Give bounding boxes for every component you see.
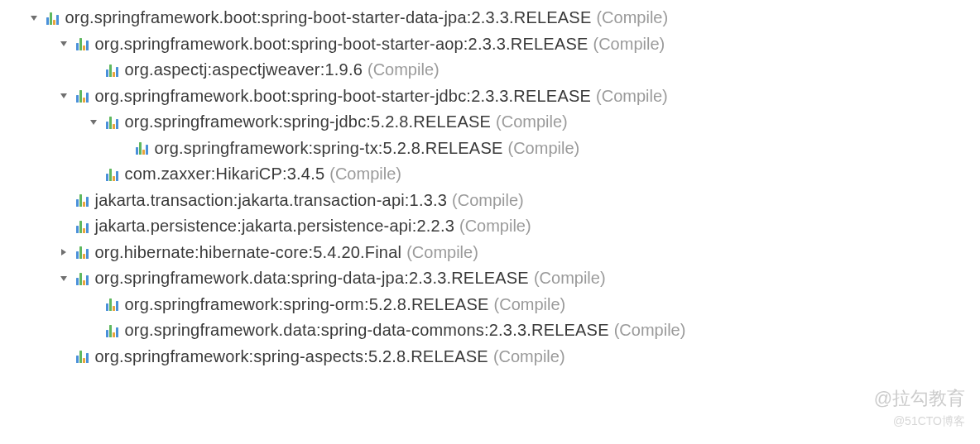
dependency-coordinates: org.springframework.data:spring-data-jpa…	[95, 265, 529, 291]
tree-toggle-none	[118, 142, 129, 154]
dependency-coordinates: org.springframework:spring-orm:5.2.8.REL…	[125, 292, 489, 317]
library-icon	[76, 246, 89, 259]
dependency-coordinates: org.springframework:spring-jdbc:5.2.8.RE…	[125, 109, 492, 135]
tree-row[interactable]: org.springframework:spring-aspects:5.2.8…	[8, 344, 972, 370]
dependency-scope: (Compile)	[459, 213, 531, 239]
tree-toggle-none	[58, 351, 70, 362]
tree-row[interactable]: org.aspectj:aspectjweaver:1.9.6(Compile)	[8, 57, 972, 84]
tree-row[interactable]: org.springframework.data:spring-data-com…	[8, 317, 972, 344]
dependency-scope: (Compile)	[406, 240, 478, 265]
tree-toggle-none	[88, 298, 99, 310]
tree-row[interactable]: jakarta.transaction:jakarta.transaction-…	[8, 188, 972, 214]
dependency-scope: (Compile)	[368, 57, 440, 83]
tree-row[interactable]: org.springframework.boot:spring-boot-sta…	[8, 84, 972, 110]
tree-toggle-none	[88, 325, 99, 337]
dependency-coordinates: org.hibernate:hibernate-core:5.4.20.Fina…	[95, 240, 402, 265]
library-icon	[46, 12, 59, 25]
library-icon	[106, 168, 118, 181]
tree-collapse-icon[interactable]	[58, 38, 70, 50]
library-icon	[106, 298, 118, 311]
dependency-coordinates: jakarta.transaction:jakarta.transaction-…	[95, 188, 448, 213]
library-icon	[106, 324, 118, 337]
dependency-scope: (Compile)	[496, 109, 568, 135]
dependency-scope: (Compile)	[596, 5, 668, 31]
tree-collapse-icon[interactable]	[88, 117, 99, 128]
tree-row[interactable]: org.springframework:spring-tx:5.2.8.RELE…	[8, 136, 972, 162]
tree-row[interactable]: org.hibernate:hibernate-core:5.4.20.Fina…	[8, 240, 972, 266]
library-icon	[76, 272, 89, 285]
tree-collapse-icon[interactable]	[58, 273, 70, 284]
dependency-scope: (Compile)	[593, 31, 665, 57]
dependency-scope: (Compile)	[534, 265, 606, 291]
tree-row[interactable]: org.springframework.boot:spring-boot-sta…	[8, 5, 972, 31]
dependency-scope: (Compile)	[493, 344, 565, 370]
tree-row[interactable]: org.springframework:spring-orm:5.2.8.REL…	[8, 292, 972, 318]
dependency-scope: (Compile)	[494, 292, 566, 317]
tree-toggle-none	[58, 221, 70, 232]
dependency-tree: org.springframework.boot:spring-boot-sta…	[8, 5, 972, 370]
library-icon	[76, 89, 89, 103]
dependency-coordinates: org.springframework.data:spring-data-com…	[125, 317, 609, 343]
library-icon	[106, 64, 118, 77]
dependency-coordinates: org.springframework.boot:spring-boot-sta…	[95, 84, 592, 109]
dependency-coordinates: org.springframework:spring-aspects:5.2.8…	[95, 344, 488, 370]
library-icon	[106, 116, 118, 129]
library-icon	[76, 350, 89, 363]
watermark-51cto: @51CTO博客	[893, 413, 965, 431]
tree-toggle-none	[88, 169, 99, 180]
dependency-coordinates: org.springframework.boot:spring-boot-sta…	[95, 31, 588, 57]
tree-row[interactable]: org.springframework:spring-jdbc:5.2.8.RE…	[8, 109, 972, 136]
dependency-coordinates: jakarta.persistence:jakarta.persistence-…	[95, 213, 454, 239]
tree-expand-icon[interactable]	[58, 246, 70, 258]
tree-row[interactable]: org.springframework.boot:spring-boot-sta…	[8, 31, 972, 58]
tree-row[interactable]: org.springframework.data:spring-data-jpa…	[8, 265, 972, 292]
library-icon	[76, 37, 89, 50]
watermark-lagou: @拉勾教育	[874, 384, 965, 413]
dependency-scope: (Compile)	[614, 317, 686, 343]
dependency-coordinates: com.zaxxer:HikariCP:3.4.5	[125, 161, 325, 187]
library-icon	[76, 193, 89, 207]
tree-toggle-none	[88, 64, 99, 76]
tree-collapse-icon[interactable]	[28, 12, 40, 24]
dependency-coordinates: org.springframework:spring-tx:5.2.8.RELE…	[155, 136, 503, 161]
tree-collapse-icon[interactable]	[58, 90, 70, 102]
dependency-coordinates: org.springframework.boot:spring-boot-sta…	[65, 5, 592, 31]
library-icon	[76, 220, 89, 233]
dependency-coordinates: org.aspectj:aspectjweaver:1.9.6	[125, 57, 363, 83]
dependency-scope: (Compile)	[329, 161, 401, 187]
dependency-scope: (Compile)	[508, 136, 580, 161]
dependency-scope: (Compile)	[452, 188, 524, 213]
library-icon	[136, 141, 148, 155]
dependency-scope: (Compile)	[596, 84, 668, 109]
tree-row[interactable]: jakarta.persistence:jakarta.persistence-…	[8, 213, 972, 240]
tree-toggle-none	[58, 194, 70, 206]
tree-row[interactable]: com.zaxxer:HikariCP:3.4.5(Compile)	[8, 161, 972, 188]
